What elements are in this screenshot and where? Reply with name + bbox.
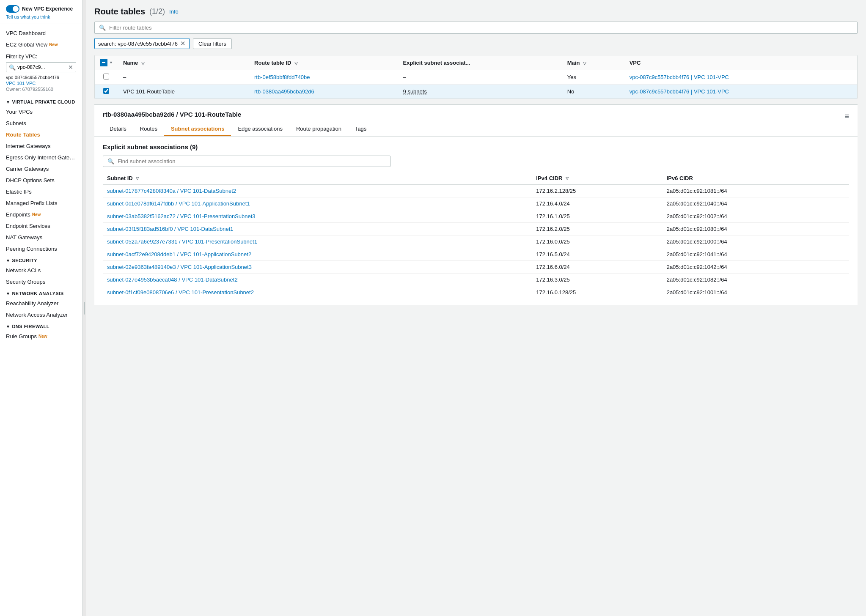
main-content: Route tables (1/2) Info 🔍 search: vpc-08…: [86, 0, 866, 616]
subnet-row3-ipv6: 2a05:d01c:c92:1080::/64: [663, 223, 849, 235]
subnet-row7-ipv6: 2a05:d01c:c92:1082::/64: [663, 274, 849, 286]
sidebar-header: New VPC Experience Tell us what you thin…: [0, 0, 82, 24]
page-count: (1/2): [149, 7, 165, 16]
row1-vpc: vpc-087c9c557bcbb4f76 | VPC 101-VPC: [624, 70, 857, 85]
row1-checkbox-cell[interactable]: [95, 70, 118, 85]
tab-subnet-associations[interactable]: Subnet associations: [164, 122, 231, 136]
sidebar-item-network-acls[interactable]: Network ACLs: [0, 265, 82, 276]
tab-edge-associations[interactable]: Edge associations: [231, 122, 289, 136]
detail-panel: rtb-0380aa495bcba92d6 / VPC 101-RouteTab…: [94, 104, 858, 305]
detail-body: Explicit subnet associations (9) 🔍 Subne…: [94, 137, 858, 305]
sidebar-item-endpoints[interactable]: Endpoints New: [0, 209, 82, 220]
th-dropdown-arrow[interactable]: ▼: [109, 60, 113, 65]
tab-tags[interactable]: Tags: [348, 122, 373, 136]
sidebar-item-peering-connections[interactable]: Peering Connections: [0, 243, 82, 255]
route-table-search-input[interactable]: [109, 25, 853, 31]
vpc-filter-input-wrapper: 🔍 ✕: [6, 62, 76, 72]
info-link[interactable]: Info: [169, 8, 179, 15]
row1-rtid-link[interactable]: rtb-0ef58bbf8fdd740be: [254, 74, 310, 80]
row1-vpc-link[interactable]: vpc-087c9c557bcbb4f76 | VPC 101-VPC: [630, 74, 729, 80]
sidebar-item-your-vpcs[interactable]: Your VPCs: [0, 106, 82, 118]
header-checkbox-wrapper[interactable]: [100, 59, 107, 66]
sidebar-item-nat-gateways[interactable]: NAT Gateways: [0, 232, 82, 243]
detail-drag-handle[interactable]: ≡: [844, 112, 849, 121]
vpc-filter-name: vpc-087c9c9557bcbb4f76: [6, 74, 76, 81]
row2-checkbox-cell[interactable]: [95, 85, 118, 99]
subnet-section-title: Explicit subnet associations (9): [103, 143, 849, 151]
sidebar-item-egress-only[interactable]: Egress Only Internet Gateways: [0, 152, 82, 163]
filter-label: Filter by VPC:: [6, 54, 76, 60]
sidebar-item-network-access-analyzer[interactable]: Network Access Analyzer: [0, 309, 82, 320]
subnet-row8-ipv6: 2a05:d01c:c92:1001::/64: [663, 286, 849, 299]
sidebar-item-dhcp-options[interactable]: DHCP Options Sets: [0, 175, 82, 186]
sidebar-item-endpoint-services[interactable]: Endpoint Services: [0, 220, 82, 232]
sidebar-item-subnets[interactable]: Subnets: [0, 118, 82, 129]
sidebar-item-carrier-gateways[interactable]: Carrier Gateways: [0, 163, 82, 175]
tab-route-propagation[interactable]: Route propagation: [289, 122, 348, 136]
row2-rtid-link[interactable]: rtb-0380aa495bcba92d6: [254, 88, 314, 95]
subnet-id-sort[interactable]: ▽: [136, 177, 139, 181]
tab-routes[interactable]: Routes: [133, 122, 164, 136]
sidebar-item-reachability-analyzer[interactable]: Reachability Analyzer: [0, 298, 82, 309]
th-explicit-subnet: Explicit subnet associat...: [398, 55, 562, 70]
subnet-row0-id[interactable]: subnet-017877c4280f8340a / VPC 101-DataS…: [107, 188, 236, 194]
subnet-search-input[interactable]: [118, 158, 386, 164]
subnet-row6-id[interactable]: subnet-02e9363fa489140e3 / VPC 101-Appli…: [107, 264, 252, 270]
sidebar-item-ec2-global-view[interactable]: EC2 Global View: [0, 39, 82, 50]
subnet-row3-id[interactable]: subnet-03f15f183ad516bf0 / VPC 101-DataS…: [107, 226, 234, 232]
vpc-search-icon: 🔍: [9, 64, 16, 71]
vpc-experience-toggle[interactable]: [6, 5, 19, 13]
filter-tag-remove[interactable]: ✕: [180, 40, 186, 47]
subnet-row1-id[interactable]: subnet-0c1e078df6147fdbb / VPC 101-Appli…: [107, 200, 250, 207]
th-select-all[interactable]: ▼: [95, 55, 118, 70]
subnet-row5-ipv6: 2a05:d01c:c92:1041::/64: [663, 248, 849, 261]
vpc-filter-clear[interactable]: ✕: [68, 64, 73, 71]
row2-subnet-count: 9 subnets: [403, 88, 427, 95]
row1-checkbox[interactable]: [103, 74, 109, 79]
th-vpc: VPC: [624, 55, 857, 70]
sidebar: New VPC Experience Tell us what you thin…: [0, 0, 82, 616]
sidebar-item-security-groups[interactable]: Security Groups: [0, 276, 82, 287]
main-sort-icon[interactable]: ▽: [583, 61, 586, 66]
sidebar-item-route-tables[interactable]: Route Tables: [0, 129, 82, 140]
brand: New VPC Experience: [6, 5, 76, 13]
row2-main: No: [562, 85, 624, 99]
sidebar-item-internet-gateways[interactable]: Internet Gateways: [0, 140, 82, 152]
subnet-row7-id[interactable]: subnet-027e4953b5aeca048 / VPC 101-DataS…: [107, 277, 238, 283]
row2-rtid: rtb-0380aa495bcba92d6: [249, 85, 398, 99]
table-row[interactable]: VPC 101-RouteTable rtb-0380aa495bcba92d6…: [95, 85, 857, 99]
sidebar-item-managed-prefix[interactable]: Managed Prefix Lists: [0, 197, 82, 209]
subnet-row1-ipv6: 2a05:d01c:c92:1040::/64: [663, 197, 849, 210]
subnet-row4-id[interactable]: subnet-052a7a6e9237e7331 / VPC 101-Prese…: [107, 238, 257, 245]
subnet-row8-id[interactable]: subnet-0f1cf09e0808706e6 / VPC 101-Prese…: [107, 289, 254, 296]
th-main: Main ▽: [562, 55, 624, 70]
row2-vpc: vpc-087c9c557bcbb4f76 | VPC 101-VPC: [624, 85, 857, 99]
sidebar-item-elastic-ips[interactable]: Elastic IPs: [0, 186, 82, 197]
list-item: subnet-0c1e078df6147fdbb / VPC 101-Appli…: [103, 197, 849, 210]
sidebar-resize-handle[interactable]: [82, 0, 86, 616]
owner-text: Owner: 670792559160: [6, 86, 76, 93]
filter-tag-text: search: vpc-087c9c557bcbb4f76: [98, 41, 178, 47]
brand-subtitle[interactable]: Tell us what you think: [6, 14, 76, 19]
row2-subnet: 9 subnets: [398, 85, 562, 99]
vpc-filter-input[interactable]: [17, 64, 66, 70]
row2-checkbox[interactable]: [103, 88, 109, 94]
sidebar-item-rule-groups[interactable]: Rule Groups New: [0, 331, 82, 342]
section-security: ▼ SECURITY: [0, 255, 82, 265]
subnet-row4-ipv4: 172.16.0.0/25: [532, 235, 662, 248]
table-row[interactable]: – rtb-0ef58bbf8fdd740be – Yes vpc-087c9c…: [95, 70, 857, 85]
rtid-sort-icon[interactable]: ▽: [294, 61, 298, 66]
subnet-search-icon: 🔍: [107, 158, 114, 164]
clear-filters-button[interactable]: Clear filters: [193, 38, 232, 49]
ipv4-sort[interactable]: ▽: [566, 177, 569, 181]
sidebar-nav: VPC Dashboard EC2 Global View Filter by …: [0, 24, 82, 345]
name-sort-icon[interactable]: ▽: [141, 61, 145, 66]
vpc-filter-alias: VPC 101-VPC: [6, 81, 76, 86]
tab-details[interactable]: Details: [103, 122, 133, 136]
subnet-row5-id[interactable]: subnet-0acf72e94208ddeb1 / VPC 101-Appli…: [107, 251, 251, 257]
row2-vpc-link[interactable]: vpc-087c9c557bcbb4f76 | VPC 101-VPC: [630, 88, 729, 95]
subnet-row2-ipv4: 172.16.1.0/25: [532, 210, 662, 223]
row1-subnet: –: [398, 70, 562, 85]
sidebar-item-vpc-dashboard[interactable]: VPC Dashboard: [0, 27, 82, 39]
subnet-row2-id[interactable]: subnet-03ab5382f5162ac72 / VPC 101-Prese…: [107, 213, 256, 219]
